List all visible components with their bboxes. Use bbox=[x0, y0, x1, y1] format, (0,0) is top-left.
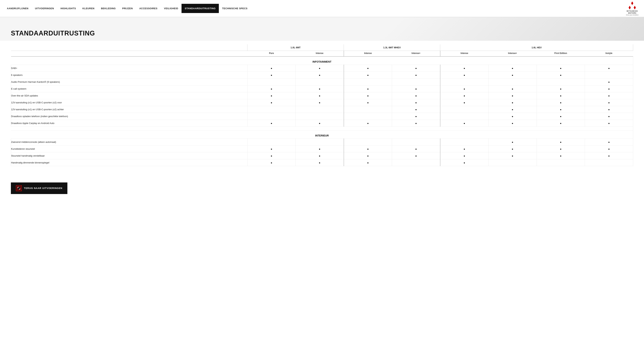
nav-kleuren[interactable]: KLEUREN bbox=[79, 4, 98, 13]
spec-cell: ● bbox=[392, 65, 440, 71]
svg-marker-0 bbox=[631, 1, 633, 5]
section-spacer bbox=[11, 126, 633, 130]
spec-cell: ● bbox=[488, 99, 536, 106]
spec-cell bbox=[536, 159, 585, 166]
spec-cell: ● bbox=[585, 65, 633, 71]
dot-icon: ● bbox=[512, 67, 513, 70]
feature-col-header bbox=[11, 51, 248, 56]
nav-prijzen[interactable]: PRIJZEN bbox=[119, 4, 136, 13]
dot-icon: ● bbox=[512, 122, 513, 125]
svg-marker-2 bbox=[634, 6, 636, 9]
spec-cell bbox=[440, 113, 488, 120]
spec-cell: ● bbox=[392, 120, 440, 126]
dot-icon: ● bbox=[560, 94, 562, 97]
dot-icon: ● bbox=[319, 154, 320, 157]
spec-cell: ● bbox=[585, 113, 633, 120]
spec-cell: ● bbox=[392, 106, 440, 113]
spec-cell: ● bbox=[344, 85, 392, 92]
dot-icon: ● bbox=[271, 154, 272, 157]
spec-cell: ● bbox=[247, 145, 296, 152]
dot-icon: ● bbox=[512, 108, 513, 111]
variant-instyle: Instyle bbox=[585, 51, 633, 56]
nav-veiligheid[interactable]: VEILIGHEID bbox=[161, 4, 182, 13]
dot-icon: ● bbox=[367, 161, 369, 164]
svg-marker-1 bbox=[628, 6, 631, 9]
spec-cell: ● bbox=[296, 120, 344, 126]
spec-cell: ● bbox=[440, 145, 488, 152]
dot-icon: ● bbox=[415, 108, 417, 111]
spec-cell bbox=[247, 106, 296, 113]
table-row: 6 speakers●●●●●●● bbox=[11, 71, 633, 78]
spec-cell: ● bbox=[536, 85, 585, 92]
brand-logo: MITSUBISHIMOTORS Drive your Ambition bbox=[624, 0, 640, 17]
dot-icon: ● bbox=[512, 87, 513, 90]
dot-icon: ● bbox=[560, 101, 562, 104]
dot-icon: ● bbox=[319, 147, 320, 150]
nav-technische-specs[interactable]: TECHNISCHE SPECS bbox=[219, 4, 251, 13]
feature-cell: Kunstlederen stuurwiel bbox=[11, 145, 248, 152]
dot-icon: ● bbox=[464, 67, 465, 70]
dot-icon: ● bbox=[319, 94, 320, 97]
spec-cell: ● bbox=[247, 71, 296, 78]
dot-icon: ● bbox=[367, 101, 369, 104]
nav-highlights[interactable]: HIGHLIGHTS bbox=[57, 4, 79, 13]
spec-cell bbox=[488, 78, 536, 85]
nav-uitvoeringen[interactable]: UITVOERINGEN bbox=[32, 4, 57, 13]
back-button[interactable]: TERUG NAAR UITVOERINGEN bbox=[11, 182, 68, 194]
engine-2: 1.3L 6MT MHEV bbox=[344, 44, 440, 51]
nav-standaarduitrusting[interactable]: STANDAARDUITRUSTING bbox=[182, 4, 219, 13]
dot-icon: ● bbox=[319, 87, 320, 90]
spec-cell: ● bbox=[440, 152, 488, 159]
variant-intense-1: Intense bbox=[296, 51, 344, 56]
spec-cell: ● bbox=[440, 120, 488, 126]
spec-cell: ● bbox=[585, 85, 633, 92]
spec-cell bbox=[344, 106, 392, 113]
dot-icon: ● bbox=[608, 67, 610, 70]
dot-icon: ● bbox=[271, 122, 272, 125]
spec-cell: ● bbox=[296, 65, 344, 71]
page-title: STANDAARDUITRUSTING bbox=[11, 29, 95, 37]
spec-cell: ● bbox=[440, 159, 488, 166]
dot-icon: ● bbox=[319, 122, 320, 125]
table-row: Handmatig dimmende binnenspiegel●●●● bbox=[11, 159, 633, 166]
table-row: Kunstlederen stuurwiel●●●●●●●● bbox=[11, 145, 633, 152]
dot-icon: ● bbox=[367, 67, 369, 70]
spec-cell: ● bbox=[247, 65, 296, 71]
spec-cell: ● bbox=[488, 152, 536, 159]
spec-cell: ● bbox=[536, 113, 585, 120]
spec-cell: ● bbox=[585, 99, 633, 106]
feature-cell: Draadloos Apple Carplay en Android Auto bbox=[11, 120, 248, 126]
dot-icon: ● bbox=[319, 161, 320, 164]
spec-cell: ● bbox=[247, 159, 296, 166]
section-header-0: INFOTAINMENT bbox=[11, 56, 633, 65]
spec-cell bbox=[440, 106, 488, 113]
back-button-label: TERUG NAAR UITVOERINGEN bbox=[24, 187, 62, 190]
spec-cell: ● bbox=[440, 71, 488, 78]
dot-icon: ● bbox=[415, 115, 417, 118]
dot-icon: ● bbox=[367, 74, 369, 76]
spec-cell: ● bbox=[536, 152, 585, 159]
engine-header-row: 1.0L 6MT 1.3L 6MT MHEV 1.6L HEV bbox=[11, 44, 633, 51]
dot-icon: ● bbox=[271, 67, 272, 70]
dot-icon: ● bbox=[271, 101, 272, 104]
dot-icon: ● bbox=[608, 80, 610, 83]
dot-icon: ● bbox=[608, 147, 610, 150]
dot-icon: ● bbox=[319, 101, 320, 104]
spec-cell: ● bbox=[296, 159, 344, 166]
spec-cell: ● bbox=[392, 92, 440, 99]
feature-cell: Stuurwiel handmatig verstelbaar bbox=[11, 152, 248, 159]
main-nav: AANDRIJFLIJNEN UITVOERINGEN HIGHLIGHTS K… bbox=[0, 0, 644, 17]
spec-cell: ● bbox=[392, 152, 440, 159]
nav-bekleding[interactable]: BEKLEDING bbox=[98, 4, 119, 13]
spec-cell: ● bbox=[344, 92, 392, 99]
spec-cell bbox=[296, 78, 344, 85]
nav-aandrijflijnen[interactable]: AANDRIJFLIJNEN bbox=[4, 4, 32, 13]
spec-cell: ● bbox=[536, 92, 585, 99]
dot-icon: ● bbox=[367, 147, 369, 150]
spec-cell: ● bbox=[585, 106, 633, 113]
dot-icon: ● bbox=[512, 141, 513, 144]
nav-accessoires[interactable]: ACCESSOIRES bbox=[136, 4, 161, 13]
feature-cell: Draadloos opladen telefoon (indien gesch… bbox=[11, 113, 248, 120]
table-row: DAB+●●●●●●●● bbox=[11, 65, 633, 71]
variant-header-row: Pure Intense Intense Intense+ Intense In… bbox=[11, 51, 633, 56]
